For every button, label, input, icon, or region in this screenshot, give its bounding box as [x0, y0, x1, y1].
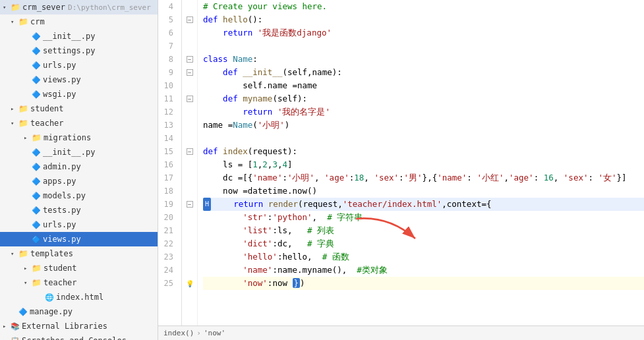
- line-num-15: 15: [158, 145, 177, 158]
- sidebar-item-teacher[interactable]: ▾ 📁 teacher: [0, 116, 158, 130]
- sidebar-item-init1[interactable]: 🔷 __init__.py: [0, 29, 158, 43]
- collapse-arrow: ▸: [3, 337, 11, 340]
- line-num-22: 22: [158, 237, 177, 250]
- py-icon: 🔷: [32, 47, 41, 55]
- gutter-11[interactable]: −: [182, 92, 197, 105]
- gutter: − − − − − − 💡: [182, 0, 198, 326]
- sidebar-label: wsgi.py: [43, 90, 76, 99]
- spacer: [24, 236, 32, 242]
- gutter-23: [182, 250, 197, 264]
- gutter-7: [182, 40, 197, 53]
- code-line-11: def myname(self):: [203, 92, 644, 105]
- spacer: [11, 308, 18, 315]
- expand-arrow: ▾: [11, 250, 18, 257]
- sidebar-item-admin[interactable]: 🔷 admin.py: [0, 159, 158, 174]
- sidebar-item-scratches[interactable]: ▸ 📋 Scratches and Consoles: [0, 333, 158, 340]
- sidebar-item-wsgi[interactable]: 🔷 wsgi.py: [0, 87, 158, 101]
- spacer: [24, 47, 32, 54]
- sidebar-item-models[interactable]: 🔷 models.py: [0, 188, 158, 203]
- editor-panel: 4 5 6 7 8 9 10 11 12 13 14 15 16 17 18 1…: [158, 0, 644, 340]
- sidebar-item-crm[interactable]: ▾ 📁 crm: [0, 14, 158, 29]
- line-num-11: 11: [158, 92, 177, 105]
- line-num-24: 24: [158, 264, 177, 277]
- code-lines[interactable]: # Create your views here. def hello(): r…: [198, 0, 644, 326]
- sidebar-item-views2[interactable]: 🔷 views.py: [0, 232, 158, 246]
- sidebar: ▾ 📁 crm_sever D:\python\crm_sever ▾ 📁 cr…: [0, 0, 158, 340]
- folder-icon: 📁: [32, 264, 42, 273]
- gutter-24: [182, 264, 197, 277]
- sidebar-item-student2[interactable]: ▸ 📁 student: [0, 261, 158, 275]
- gutter-6: [182, 26, 197, 40]
- gutter-19[interactable]: −: [182, 198, 197, 211]
- collapse-arrow: ▸: [24, 134, 32, 141]
- gutter-9[interactable]: −: [182, 66, 197, 79]
- sidebar-label: Scratches and Consoles: [22, 336, 127, 340]
- main-container: ▾ 📁 crm_sever D:\python\crm_sever ▾ 📁 cr…: [0, 0, 644, 340]
- line-num-8: 8: [158, 53, 177, 66]
- sidebar-item-indexhtml[interactable]: 🌐 index.html: [0, 290, 158, 304]
- line-num-5: 5: [158, 13, 177, 26]
- gutter-8[interactable]: −: [182, 53, 197, 66]
- html-icon: 🌐: [45, 293, 54, 302]
- sidebar-item-urls2[interactable]: 🔷 urls.py: [0, 217, 158, 232]
- spacer: [24, 178, 32, 184]
- sidebar-item-migrations[interactable]: ▸ 📁 migrations: [0, 130, 158, 145]
- line-badge: H: [203, 198, 211, 211]
- py-icon: 🔷: [32, 192, 41, 200]
- code-line-21: 'list':ls, # 列表: [203, 224, 644, 237]
- line-num-18: 18: [158, 184, 177, 198]
- spacer: [24, 149, 32, 156]
- code-line-14: [203, 132, 644, 145]
- status-bar: index() › 'now': [158, 326, 644, 340]
- code-line-25: 'now':now }): [203, 277, 644, 290]
- sidebar-item-urls1[interactable]: 🔷 urls.py: [0, 58, 158, 72]
- line-num-20: 20: [158, 211, 177, 224]
- sidebar-item-manage[interactable]: 🔷 manage.py: [0, 304, 158, 319]
- sidebar-label: migrations: [44, 133, 91, 142]
- sidebar-item-templates[interactable]: ▾ 📁 templates: [0, 246, 158, 261]
- line-num-25: 25: [158, 277, 177, 290]
- sidebar-item-student[interactable]: ▸ 📁 student: [0, 101, 158, 116]
- sidebar-item-root[interactable]: ▾ 📁 crm_sever D:\python\crm_sever: [0, 0, 158, 14]
- gutter-25[interactable]: 💡: [182, 277, 197, 290]
- py-icon: 🔷: [32, 90, 41, 99]
- code-line-18: now =datetime.now(): [203, 184, 644, 198]
- spacer: [24, 192, 32, 199]
- py-icon: 🔷: [32, 177, 41, 186]
- sidebar-item-settings[interactable]: 🔷 settings.py: [0, 43, 158, 58]
- line-num-14: 14: [158, 132, 177, 145]
- folder-icon: 📁: [32, 133, 42, 142]
- spacer: [24, 163, 32, 170]
- spacer: [24, 221, 32, 228]
- code-line-23: 'hello':hello, # 函数: [203, 250, 644, 264]
- line-num-12: 12: [158, 105, 177, 119]
- sidebar-item-init2[interactable]: 🔷 __init__.py: [0, 145, 158, 159]
- sidebar-label: settings.py: [43, 46, 95, 55]
- sidebar-item-tests[interactable]: 🔷 tests.py: [0, 203, 158, 217]
- line-num-21: 21: [158, 224, 177, 237]
- code-line-8: class Name:: [203, 53, 644, 66]
- code-line-20: 'str':'python', # 字符串: [203, 211, 644, 224]
- folder-icon: 📁: [11, 3, 20, 12]
- spacer: [24, 76, 32, 83]
- sidebar-item-views1[interactable]: 🔷 views.py: [0, 72, 158, 87]
- sidebar-item-teacher2[interactable]: ▾ 📁 teacher: [0, 275, 158, 290]
- py-icon: 🔷: [32, 76, 41, 84]
- gutter-20: [182, 211, 197, 224]
- expand-arrow: ▾: [11, 18, 18, 25]
- sidebar-label: urls.py: [43, 61, 76, 70]
- gutter-5[interactable]: −: [182, 13, 197, 26]
- line-num-23: 23: [158, 250, 177, 264]
- sidebar-item-apps[interactable]: 🔷 apps.py: [0, 174, 158, 188]
- folder-icon: 📁: [18, 119, 28, 128]
- gutter-15[interactable]: −: [182, 145, 197, 158]
- code-line-6: return '我是函数django': [203, 26, 644, 40]
- sidebar-item-extlibs[interactable]: ▸ 📚 External Libraries: [0, 319, 158, 333]
- gutter-10: [182, 79, 197, 92]
- code-line-15: def index(request):: [203, 145, 644, 158]
- folder-icon: 📁: [18, 104, 28, 113]
- line-num-4: 4: [158, 0, 177, 13]
- lib-icon: 📚: [11, 322, 20, 331]
- py-icon: 🔷: [32, 221, 41, 229]
- folder-icon: 📁: [32, 278, 42, 287]
